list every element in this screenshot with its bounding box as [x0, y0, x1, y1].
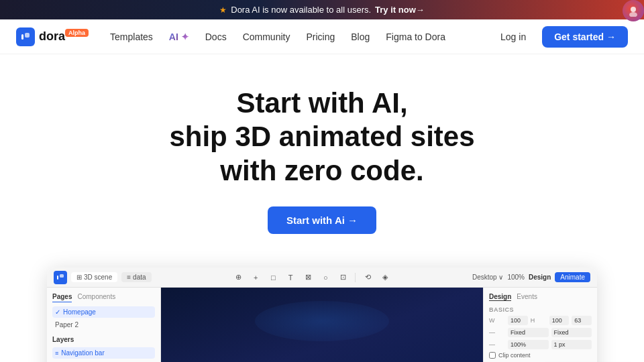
- nav-blog[interactable]: Blog: [351, 32, 370, 42]
- page-homepage[interactable]: ✓ Homepage: [52, 306, 155, 318]
- hero-title-line3: with zero code.: [169, 154, 474, 188]
- editor-right-panel: Design Events Basics W 100 H 100 63 — Fi…: [483, 288, 597, 362]
- toolbar-tab-scene-icon: ⊞: [76, 274, 82, 281]
- hero-title: Start with AI, ship 3D animated sites wi…: [169, 86, 474, 188]
- editor-canvas[interactable]: [161, 288, 483, 362]
- navbar: dora Alpha Templates AI ✦ Docs Community…: [0, 19, 644, 54]
- page-homepage-label: Homepage: [63, 308, 96, 316]
- get-started-button[interactable]: Get started →: [542, 26, 628, 48]
- page-paper2-label: Paper 2: [55, 321, 78, 328]
- fixed-input[interactable]: Fixed: [508, 328, 549, 337]
- design-tab-right[interactable]: Design: [489, 293, 511, 301]
- hero-title-line1: Start with AI,: [169, 86, 474, 120]
- nav-pricing[interactable]: Pricing: [306, 32, 335, 42]
- toolbar-tab-data-icon: ≡: [127, 274, 131, 281]
- page-paper2[interactable]: Paper 2: [52, 319, 155, 330]
- login-button[interactable]: Log in: [492, 27, 534, 46]
- canvas-glow: [255, 301, 389, 341]
- hero-title-line2: ship 3D animated sites: [169, 120, 474, 154]
- clip-checkbox[interactable]: [489, 352, 496, 359]
- toolbar-center: ⊕ + □ T ⊠ ○ ⊡ ⟲ ◈: [231, 271, 392, 284]
- layers-title: Layers: [52, 336, 155, 343]
- editor-preview: ⊞ 3D scene ≡ data ⊕ + □ T ⊠ ○ ⊡ ⟲ ◈: [47, 267, 597, 362]
- clip-row: Clip content: [489, 352, 592, 359]
- basics-section-title: Basics: [489, 306, 592, 313]
- svg-point-0: [631, 7, 636, 12]
- h-input[interactable]: 100: [549, 316, 570, 325]
- top-banner: ★ Dora AI is now available to all users.…: [0, 0, 644, 19]
- hero-section: Start with AI, ship 3D animated sites wi…: [0, 54, 644, 250]
- nav-links: Templates AI ✦ Docs Community Pricing Bl…: [110, 32, 492, 42]
- wh-row: W 100 H 100 63: [489, 316, 592, 325]
- nav-docs[interactable]: Docs: [205, 32, 227, 42]
- events-tab-right[interactable]: Events: [517, 293, 537, 301]
- layer-navbrar[interactable]: ≡ Navigation bar: [52, 347, 155, 359]
- toolbar-tab-data-label: data: [133, 274, 146, 281]
- alpha-badge: Alpha: [65, 29, 89, 37]
- page-check-icon: ✓: [55, 308, 60, 316]
- animate-tab[interactable]: Animate: [555, 272, 590, 282]
- pages-tab[interactable]: Pages: [52, 293, 72, 302]
- x-input[interactable]: 63: [572, 316, 592, 325]
- nav-ai[interactable]: AI ✦: [169, 32, 189, 42]
- editor-left-panel: Pages Components ✓ Homepage Paper 2 Laye…: [47, 288, 161, 362]
- tool-component[interactable]: ◈: [378, 271, 392, 284]
- nav-figma[interactable]: Figma to Dora: [386, 32, 445, 42]
- dropdown-desktop[interactable]: Desktop ∨: [472, 274, 503, 281]
- banner-text: Dora AI is now available to all users.: [231, 5, 371, 15]
- svg-rect-3: [25, 33, 30, 38]
- tool-rect[interactable]: □: [266, 271, 280, 284]
- editor-toolbar: ⊞ 3D scene ≡ data ⊕ + □ T ⊠ ○ ⊡ ⟲ ◈: [47, 267, 597, 288]
- logo-icon: [16, 27, 35, 46]
- toolbar-tab-scene[interactable]: ⊞ 3D scene: [71, 272, 117, 282]
- svg-point-1: [629, 12, 637, 17]
- tool-image[interactable]: ⊠: [301, 271, 315, 284]
- fixed-row: — Fixed Fixed: [489, 328, 592, 337]
- layer-navbar-icon: ≡: [55, 350, 58, 357]
- toolbar-right: Desktop ∨ 100% Design Animate: [472, 272, 590, 282]
- hero-cta-button[interactable]: Start with Ai →: [268, 206, 376, 234]
- ai-label: AI ✦: [169, 32, 189, 42]
- toolbar-tab-scene-label: 3D scene: [84, 274, 112, 281]
- tool-add[interactable]: +: [249, 271, 262, 284]
- logo[interactable]: dora Alpha: [16, 27, 89, 46]
- nav-community[interactable]: Community: [243, 32, 290, 42]
- fixed-label: —: [489, 329, 505, 336]
- editor-logo-icon: [54, 271, 67, 284]
- nav-actions: Log in Get started →: [492, 26, 628, 48]
- w-label: W: [489, 317, 505, 324]
- w-input[interactable]: 100: [508, 316, 528, 325]
- opacity-row: — 100% 1 px: [489, 340, 592, 349]
- tool-cursor[interactable]: ⊕: [231, 271, 245, 284]
- opacity-label: —: [489, 341, 505, 348]
- layer-navbar-label: Navigation bar: [61, 349, 104, 357]
- try-now-link[interactable]: Try it now→: [375, 5, 425, 15]
- h-label: H: [531, 317, 547, 324]
- svg-rect-2: [21, 34, 23, 40]
- tool-link[interactable]: ⟲: [361, 271, 374, 284]
- zoom-level[interactable]: 100%: [507, 274, 525, 281]
- tool-circle[interactable]: ○: [319, 271, 332, 284]
- tool-grid[interactable]: ⊡: [336, 271, 350, 284]
- fixed-input2[interactable]: Fixed: [551, 328, 592, 337]
- panel-tabs: Pages Components: [52, 293, 155, 302]
- logo-text: dora: [39, 29, 65, 44]
- toolbar-tab-data[interactable]: ≡ data: [121, 272, 151, 282]
- layers-section: Layers ≡ Navigation bar ◎ Cover 3D ⊙ 3D …: [52, 336, 155, 362]
- star-icon: ★: [219, 5, 227, 15]
- editor-body: Pages Components ✓ Homepage Paper 2 Laye…: [47, 288, 597, 362]
- design-tab[interactable]: Design: [529, 274, 551, 281]
- right-panel-tabs: Design Events: [489, 293, 592, 301]
- corner-input[interactable]: 1 px: [551, 340, 592, 349]
- svg-rect-4: [57, 276, 58, 280]
- clip-label: Clip content: [498, 352, 531, 359]
- opacity-input[interactable]: 100%: [508, 340, 549, 349]
- avatar: [623, 0, 644, 21]
- toolbar-divider: [355, 273, 356, 282]
- components-tab[interactable]: Components: [77, 293, 115, 302]
- tool-text[interactable]: T: [284, 271, 297, 284]
- svg-rect-5: [60, 274, 64, 278]
- nav-templates[interactable]: Templates: [110, 32, 153, 42]
